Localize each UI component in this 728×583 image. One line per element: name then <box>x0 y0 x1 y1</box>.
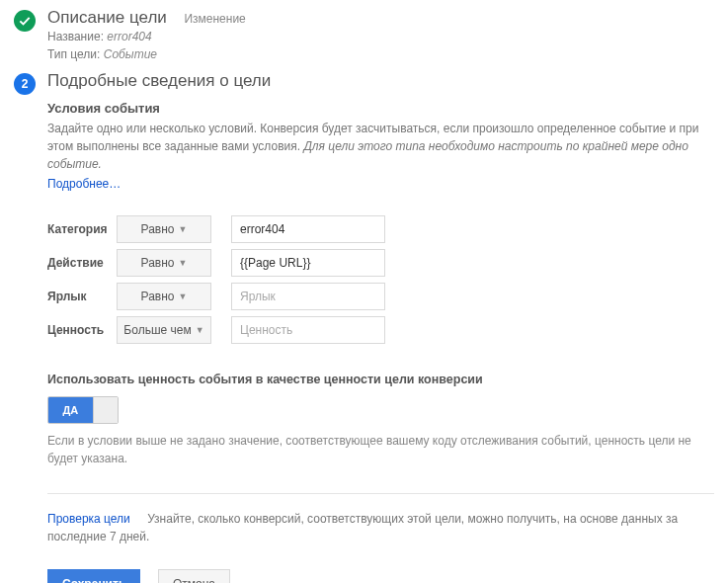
operator-dropdown[interactable]: Равно▼ <box>117 283 211 310</box>
change-link[interactable]: Изменение <box>184 12 245 26</box>
conditions-help: Задайте одно или несколько условий. Конв… <box>47 120 714 173</box>
toggle-handle <box>93 397 118 423</box>
operator-dropdown[interactable]: Равно▼ <box>117 215 211 243</box>
step1-title: Описание цели <box>47 8 167 27</box>
chevron-down-icon: ▼ <box>179 258 188 268</box>
category-input[interactable] <box>231 215 385 243</box>
check-goal-link[interactable]: Проверка цели <box>47 512 130 526</box>
condition-row-action: Действие Равно▼ <box>47 246 714 280</box>
label-input[interactable] <box>231 283 385 310</box>
condition-label: Действие <box>47 256 117 270</box>
checkmark-icon <box>14 10 36 32</box>
chevron-down-icon: ▼ <box>196 325 204 335</box>
action-input[interactable] <box>231 249 385 277</box>
operator-dropdown[interactable]: Равно▼ <box>117 249 211 277</box>
step2-title: Подробные сведения о цели <box>47 71 714 91</box>
chevron-down-icon: ▼ <box>179 224 188 234</box>
condition-row-label: Ярлык Равно▼ <box>47 280 714 313</box>
condition-label: Ярлык <box>47 290 117 303</box>
toggle-on-label: ДА <box>48 397 93 423</box>
use-value-heading: Использовать ценность события в качестве… <box>47 373 714 386</box>
step-number-icon: 2 <box>14 73 36 95</box>
conditions-heading: Условия события <box>47 101 714 116</box>
step-description: Описание цели Изменение Название: error4… <box>14 8 714 63</box>
check-goal-text: Узнайте, сколько конверсий, соответствую… <box>47 512 678 543</box>
value-input[interactable] <box>231 316 385 344</box>
operator-dropdown[interactable]: Больше чем▼ <box>117 316 211 344</box>
chevron-down-icon: ▼ <box>179 292 188 301</box>
condition-row-value: Ценность Больше чем▼ <box>47 313 714 347</box>
goal-name-summary: Название: error404 <box>47 28 714 45</box>
cancel-button[interactable]: Отмена <box>158 569 230 583</box>
condition-label: Ценность <box>47 323 117 337</box>
save-button[interactable]: Сохранить <box>47 569 140 583</box>
condition-row-category: Категория Равно▼ <box>47 212 714 246</box>
step-details: 2 Подробные сведения о цели Условия собы… <box>14 71 714 583</box>
use-value-toggle[interactable]: ДА <box>47 396 119 424</box>
more-link[interactable]: Подробнее… <box>47 177 714 191</box>
check-goal-row: Проверка цели Узнайте, сколько конверсий… <box>47 510 714 545</box>
use-value-caption: Если в условии выше не задано значение, … <box>47 432 714 467</box>
goal-type-summary: Тип цели: Событие <box>47 45 714 63</box>
divider <box>47 493 714 494</box>
condition-label: Категория <box>47 222 117 236</box>
